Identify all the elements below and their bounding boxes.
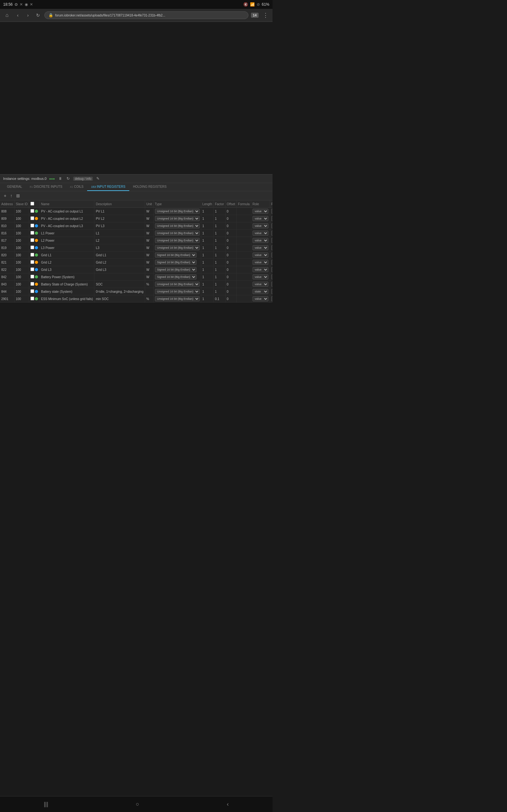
- cell-type[interactable]: Signed 16 bit (Big Endian): [153, 273, 201, 281]
- cell-name: Grid L3: [40, 266, 95, 273]
- browser-menu-button[interactable]: ⋮: [261, 11, 270, 20]
- cell-factor: 0.1: [214, 295, 225, 303]
- cell-role[interactable]: value: [251, 252, 270, 259]
- import-button[interactable]: ↑: [9, 193, 14, 199]
- cell-address: 2901: [0, 295, 14, 303]
- cell-checkbox[interactable]: [29, 273, 40, 281]
- cell-role[interactable]: value: [251, 208, 270, 215]
- edit-button[interactable]: ✎: [95, 176, 101, 181]
- cell-checkbox[interactable]: [29, 295, 40, 303]
- filter-button[interactable]: ⊞: [15, 193, 21, 199]
- cell-role[interactable]: value: [251, 222, 270, 230]
- cell-room[interactable]: [270, 288, 273, 295]
- cell-formula: [237, 259, 251, 266]
- cell-checkbox[interactable]: [29, 252, 40, 259]
- cell-checkbox[interactable]: [29, 281, 40, 288]
- tabs-row: GENERAL 81 DISCRETE INPUTS 41 COILS 153 …: [0, 183, 273, 191]
- tab-coils[interactable]: 41 COILS: [66, 183, 88, 191]
- cell-room[interactable]: [270, 273, 273, 281]
- cell-checkbox[interactable]: [29, 288, 40, 295]
- cell-type[interactable]: Unsigned 16 bit (Big Endian): [153, 244, 201, 252]
- cell-address: 842: [0, 273, 14, 281]
- cell-role[interactable]: value: [251, 295, 270, 303]
- tab-general[interactable]: GENERAL: [3, 183, 26, 191]
- cell-role[interactable]: value: [251, 237, 270, 244]
- cell-checkbox[interactable]: [29, 237, 40, 244]
- cell-checkbox[interactable]: [29, 208, 40, 215]
- reload-button[interactable]: ↻: [34, 11, 42, 19]
- col-offset: Offset: [225, 200, 237, 208]
- cell-room[interactable]: [270, 259, 273, 266]
- cell-room[interactable]: [270, 230, 273, 237]
- cell-checkbox[interactable]: [29, 222, 40, 230]
- cell-type[interactable]: Unsigned 16 bit (Big Endian): [153, 281, 201, 288]
- cell-room[interactable]: [270, 266, 273, 273]
- cell-room[interactable]: [270, 295, 273, 303]
- cell-type[interactable]: Unsigned 16 bit (Big Endian): [153, 208, 201, 215]
- back-button[interactable]: ‹: [14, 11, 21, 19]
- table-row: 822 100 Grid L3 Grid L3 W Signed 16 bit …: [0, 266, 273, 273]
- cell-role[interactable]: value: [251, 259, 270, 266]
- cell-role[interactable]: value: [251, 273, 270, 281]
- cell-offset: 0: [225, 230, 237, 237]
- tab-holding-registers[interactable]: HOLDING REGISTERS: [129, 183, 170, 191]
- cell-role[interactable]: value: [251, 215, 270, 222]
- toolbar: + ↑ ⊞: [0, 191, 273, 200]
- clock-icon: ⊙: [14, 2, 18, 7]
- cell-role[interactable]: value: [251, 266, 270, 273]
- cell-slave-id: 100: [14, 252, 29, 259]
- col-description: Description: [95, 200, 145, 208]
- pause-button[interactable]: ⏸: [57, 176, 63, 181]
- tab-count[interactable]: 14: [251, 13, 259, 18]
- refresh-button[interactable]: ↻: [66, 176, 71, 181]
- cell-type[interactable]: Signed 16 bit (Big Endian): [153, 266, 201, 273]
- cell-type[interactable]: Signed 16 bit (Big Endian): [153, 252, 201, 259]
- cell-checkbox[interactable]: [29, 259, 40, 266]
- tab-discrete-inputs[interactable]: 81 DISCRETE INPUTS: [26, 183, 66, 191]
- add-row-button[interactable]: +: [3, 193, 8, 199]
- cell-room[interactable]: [270, 215, 273, 222]
- cell-role[interactable]: value: [251, 281, 270, 288]
- cell-offset: 0: [225, 266, 237, 273]
- cell-room[interactable]: [270, 244, 273, 252]
- cell-room[interactable]: [270, 252, 273, 259]
- cell-role[interactable]: value: [251, 230, 270, 237]
- table-row: 844 100 Battery state (System) 0=idle, 1…: [0, 288, 273, 295]
- cell-offset: 0: [225, 259, 237, 266]
- address-bar[interactable]: 🔒 forum.iobroker.net/assets/uploads/file…: [44, 11, 248, 19]
- cell-offset: 0: [225, 237, 237, 244]
- cell-unit: %: [145, 281, 153, 288]
- cell-room[interactable]: [270, 281, 273, 288]
- cell-role[interactable]: state: [251, 288, 270, 295]
- cell-address: 821: [0, 259, 14, 266]
- cell-role[interactable]: value: [251, 244, 270, 252]
- status-indicator: ●●●: [49, 177, 55, 181]
- cell-formula: [237, 230, 251, 237]
- cell-length: 1: [201, 281, 214, 288]
- home-button[interactable]: ⌂: [3, 11, 11, 20]
- cell-unit: [145, 288, 153, 295]
- cell-room[interactable]: [270, 237, 273, 244]
- col-checkbox-all[interactable]: [29, 200, 40, 208]
- cell-room[interactable]: [270, 208, 273, 215]
- cell-name: L1 Power: [40, 230, 95, 237]
- tab-input-registers[interactable]: 153 INPUT REGISTERS: [87, 183, 129, 191]
- cell-checkbox[interactable]: [29, 244, 40, 252]
- cell-checkbox[interactable]: [29, 266, 40, 273]
- cell-checkbox[interactable]: [29, 230, 40, 237]
- cell-type[interactable]: Unsigned 16 bit (Big Endian): [153, 215, 201, 222]
- cell-type[interactable]: Unsigned 16 bit (Big Endian): [153, 222, 201, 230]
- cell-room[interactable]: [270, 222, 273, 230]
- cell-type[interactable]: Unsigned 16 bit (Big Endian): [153, 288, 201, 295]
- cell-type[interactable]: Unsigned 16 bit (Big Endian): [153, 230, 201, 237]
- cell-type[interactable]: Unsigned 16 bit (Big Endian): [153, 237, 201, 244]
- cell-offset: 0: [225, 273, 237, 281]
- cell-length: 1: [201, 266, 214, 273]
- cell-description: PV L3: [95, 222, 145, 230]
- forward-button[interactable]: ›: [24, 11, 32, 19]
- cell-type[interactable]: Signed 16 bit (Big Endian): [153, 259, 201, 266]
- cell-name: L3 Power: [40, 244, 95, 252]
- cell-checkbox[interactable]: [29, 215, 40, 222]
- cell-type[interactable]: Unsigned 16 bit (Big Endian): [153, 295, 201, 303]
- cell-formula: [237, 215, 251, 222]
